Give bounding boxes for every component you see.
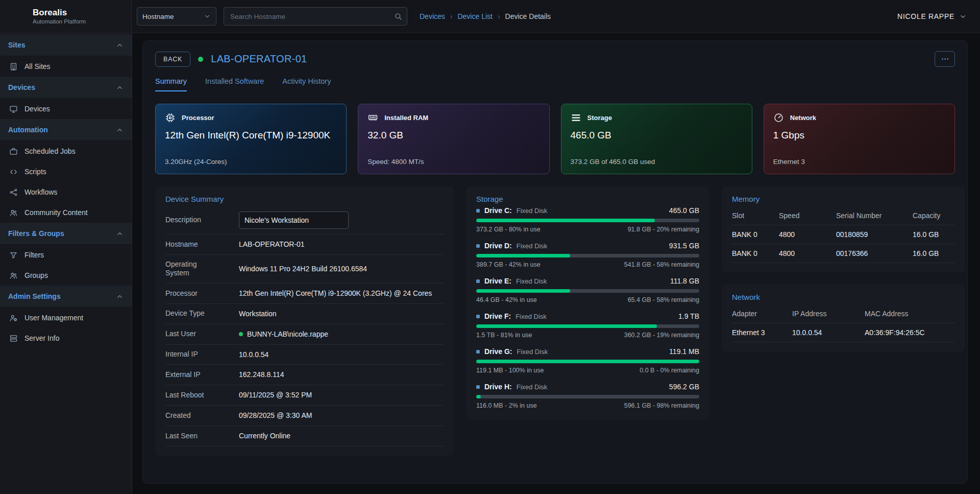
sidebar: Sites All Sites Devices Devices	[0, 33, 132, 494]
sidebar-section-admin-settings: Admin Settings User Management Server In…	[0, 286, 132, 348]
row-value: Workstation	[239, 309, 444, 319]
stat-card-title: Installed RAM	[384, 114, 428, 122]
network-table-header: Adapter IP Address MAC Address	[732, 304, 955, 323]
drive-usage-fill	[476, 324, 657, 328]
device-online-dot	[198, 57, 203, 62]
summary-row-external-ip: External IP 162.248.8.114	[165, 365, 444, 385]
row-value: 162.248.8.114	[239, 370, 444, 380]
cell: BANK 0	[732, 230, 779, 239]
drive-used: 46.4 GB - 42% in use	[476, 296, 537, 303]
nav-item-label: Server Info	[24, 334, 59, 342]
drive-type: Fixed Disk	[517, 348, 548, 356]
summary-row-last-reboot: Last Reboot 09/11/2025 @ 3:52 PM	[165, 385, 444, 406]
drive-used: 373.2 GB - 80% in use	[476, 226, 541, 233]
summary-row-created: Created 09/28/2025 @ 3:30 AM	[165, 406, 444, 426]
drive-name: Drive G:	[484, 347, 512, 356]
network-table-row: Ethernet 3 10.0.0.54 A0:36:9F:94:26:5C	[732, 323, 955, 342]
drive-used: 389.7 GB - 42% in use	[476, 261, 541, 268]
chevron-up-icon	[116, 84, 124, 91]
panel-title: Device Summary	[165, 195, 444, 203]
memory-table-row: BANK 0 4800 00180859 16.0 GB	[732, 225, 955, 244]
panel-title: Storage	[476, 195, 699, 203]
row-label: Internal IP	[165, 350, 223, 359]
row-value: 09/11/2025 @ 3:52 PM	[239, 390, 444, 400]
row-value: LAB-OPERATOR-01	[239, 240, 444, 249]
drive-remaining: 65.4 GB - 58% remaining	[628, 296, 699, 303]
cell: 16.0 GB	[913, 230, 955, 239]
sidebar-item-devices[interactable]: Devices	[0, 99, 132, 119]
workflow-icon	[9, 188, 18, 197]
drive-row-d: Drive D: Fixed Disk 931.5 GB 389.7 GB - …	[476, 242, 699, 268]
user-menu[interactable]: NICOLE RAPPE	[897, 12, 967, 20]
row-label: Processor	[165, 289, 223, 298]
sidebar-item-filters[interactable]: Filters	[0, 245, 132, 265]
row-label: Last Reboot	[165, 391, 223, 400]
sidebar-section-header-sites[interactable]: Sites	[0, 34, 132, 56]
cell: Ethernet 3	[732, 328, 792, 337]
drive-bullet-icon	[476, 350, 480, 354]
drive-remaining: 596.1 GB - 98% remaining	[624, 402, 699, 409]
stat-card-title: Processor	[182, 114, 214, 122]
row-label: Last User	[165, 330, 223, 339]
sidebar-section-header-devices[interactable]: Devices	[0, 77, 132, 99]
drive-bullet-icon	[476, 209, 480, 213]
sidebar-section-header-admin-settings[interactable]: Admin Settings	[0, 286, 132, 308]
sidebar-section-automation: Automation Scheduled Jobs Scripts Workfl…	[0, 119, 132, 223]
row-value: Windows 11 Pro 24H2 Build 26100.6584	[239, 264, 444, 274]
stat-cards: Processor 12th Gen Intel(R) Core(TM) i9-…	[155, 104, 955, 174]
devices-icon	[9, 105, 18, 113]
cell: 10.0.0.54	[792, 328, 865, 337]
more-options-button[interactable]	[935, 51, 955, 67]
drive-usage-bar	[476, 360, 699, 363]
panel-title: Memory	[732, 195, 955, 203]
stat-card-value: 32.0 GB	[368, 130, 540, 141]
drive-type: Fixed Disk	[516, 313, 547, 320]
tab-summary[interactable]: Summary	[155, 77, 187, 91]
sidebar-item-community-content[interactable]: Community Content	[0, 202, 132, 223]
sidebar-item-all-sites[interactable]: All Sites	[0, 56, 132, 77]
drive-usage-fill	[476, 289, 570, 293]
sidebar-item-user-management[interactable]: User Management	[0, 308, 132, 328]
sidebar-item-scheduled-jobs[interactable]: Scheduled Jobs	[0, 141, 132, 161]
stat-card-value: 12th Gen Intel(R) Core(TM) i9-12900K	[165, 130, 337, 141]
sidebar-section-devices: Devices Devices	[0, 77, 132, 119]
row-value: 12th Gen Intel(R) Core(TM) i9-12900K (3.…	[239, 289, 444, 298]
section-label: Admin Settings	[8, 292, 61, 300]
breadcrumb-separator: ›	[498, 12, 500, 20]
sidebar-item-groups[interactable]: Groups	[0, 265, 132, 286]
device-summary-panel: Device Summary Description Hostname LAB-…	[155, 186, 454, 456]
nav-item-label: Groups	[24, 271, 48, 279]
stat-card-network: Network 1 Gbps Ethernet 3	[764, 104, 955, 174]
hostname-filter-dropdown[interactable]: Hostname	[137, 7, 216, 26]
cpu-icon	[165, 112, 176, 123]
sidebar-item-server-info[interactable]: Server Info	[0, 328, 132, 348]
memory-panel: Memory Slot Speed Serial Number Capacity…	[722, 186, 965, 272]
app-root: Borealis Automation Platform Hostname De…	[0, 0, 980, 494]
description-input[interactable]	[239, 211, 349, 229]
sidebar-section-header-filters-groups[interactable]: Filters & Groups	[0, 223, 132, 245]
summary-row-processor: Processor 12th Gen Intel(R) Core(TM) i9-…	[165, 284, 444, 304]
nav-item-label: Scripts	[24, 168, 46, 176]
drive-remaining: 0.0 B - 0% remaining	[640, 367, 699, 374]
sidebar-section-header-automation[interactable]: Automation	[0, 119, 132, 141]
sidebar-section-filters-groups: Filters & Groups Filters Groups	[0, 223, 132, 286]
breadcrumb-device-list[interactable]: Device List	[457, 12, 492, 20]
col-header: IP Address	[792, 310, 865, 318]
topbar: Borealis Automation Platform Hostname De…	[0, 0, 980, 33]
back-button[interactable]: BACK	[155, 52, 190, 67]
col-header: Slot	[732, 211, 779, 220]
sidebar-item-workflows[interactable]: Workflows	[0, 182, 132, 202]
breadcrumb-separator: ›	[450, 12, 453, 20]
stat-card-storage: Storage 465.0 GB 373.2 GB of 465.0 GB us…	[561, 104, 752, 174]
tab-installed-software[interactable]: Installed Software	[205, 77, 264, 91]
ram-icon	[368, 112, 378, 123]
drive-size: 1.9 TB	[678, 312, 699, 320]
device-details-card: BACK LAB-OPERATOR-01 Summary Installed S…	[142, 40, 968, 484]
search-input[interactable]	[224, 7, 407, 26]
breadcrumb-devices[interactable]: Devices	[420, 12, 445, 20]
drive-type: Fixed Disk	[517, 207, 548, 215]
sidebar-item-scripts[interactable]: Scripts	[0, 161, 132, 182]
tab-activity-history[interactable]: Activity History	[282, 77, 331, 91]
breadcrumb-current: Device Details	[505, 12, 551, 20]
row-label: Last Seen	[165, 432, 223, 441]
